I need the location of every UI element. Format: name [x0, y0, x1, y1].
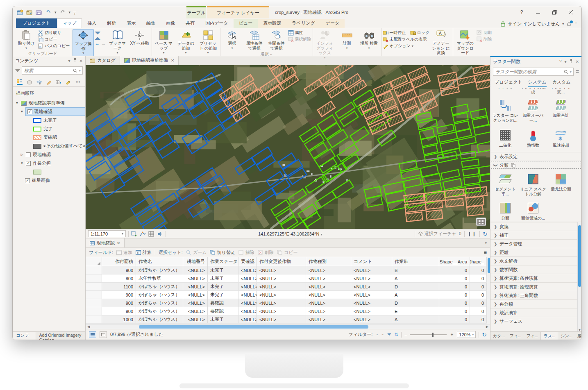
table-tabs-dropdown[interactable]: ▾	[481, 238, 490, 247]
tree-item-satellite[interactable]: ✓ 衛星画像	[15, 176, 85, 185]
customize-qat-icon[interactable]: ╤	[73, 10, 76, 14]
cut-button[interactable]: 切り取り	[38, 30, 70, 36]
open-project-icon[interactable]	[26, 9, 33, 16]
help-icon[interactable]: ?	[559, 59, 562, 64]
section-math[interactable]: ❯数学関数	[490, 265, 577, 274]
panel-menu-caret[interactable]: ▾	[68, 59, 70, 63]
table-row[interactable]: 1100かぼちゃ（ハウス）<NULL>未完了<NULL><NULL><NULL>…	[86, 283, 487, 291]
section-surface[interactable]: ❯サーフェス	[490, 317, 577, 325]
tab-appearance[interactable]: 表示設定	[258, 19, 286, 28]
table-row[interactable]: 900かぼちゃ（ハウス）<NULL>未完了<NULL><NULL><NULL><…	[86, 266, 487, 274]
col-header[interactable]: 作業ステータス	[208, 257, 238, 266]
section-hydrology[interactable]: ❯水文解析	[490, 256, 577, 265]
restore-button[interactable]	[546, 6, 563, 18]
add-data-button[interactable]: データの 追加 ▾	[175, 29, 197, 55]
convert-annotation-button[interactable]: A アノテーション に変換	[430, 29, 452, 56]
list-by-editing-icon[interactable]	[46, 78, 52, 85]
filter-funnel-icon[interactable]	[15, 69, 20, 72]
expander-icon[interactable]: ▼	[15, 101, 19, 105]
raster-menu-icon[interactable]: ≡	[576, 68, 579, 75]
layer-checkbox[interactable]: ✓	[27, 109, 32, 114]
close-table-icon[interactable]: ✕	[117, 241, 120, 245]
refresh-map-icon[interactable]: ↻	[483, 231, 488, 237]
col-header[interactable]: 耕地番号	[183, 257, 208, 266]
section-math-trig[interactable]: ❯算術演算: 三角関数	[490, 291, 577, 299]
table-row[interactable]: 800永年性牧草<NULL>未完了<NULL><NULL><NULL><NULL…	[86, 274, 487, 283]
fn-weighted-overlay[interactable]: 加重オーバー...	[519, 99, 547, 123]
tab-project[interactable]: プロジェクト	[16, 18, 57, 28]
fn-wind-chill[interactable]: ❄ 風速冷却	[547, 129, 575, 148]
zoom-box-icon[interactable]	[131, 231, 137, 237]
table-row[interactable]: 1000かぼちゃ（ハウス）<NULL>未完了<NULL><NULL><NULL>…	[86, 315, 487, 324]
refresh-table-icon[interactable]: ↻	[482, 331, 487, 338]
snapping-toggle-icon[interactable]	[140, 231, 146, 237]
map-canvas[interactable]	[86, 65, 490, 229]
section-display-settings[interactable]: ❯表示設定	[490, 152, 581, 161]
tab-raster-system[interactable]: システム	[528, 79, 547, 87]
section-conversion[interactable]: ❯変換	[490, 222, 577, 231]
panel-menu-caret[interactable]: ▾	[565, 59, 567, 64]
explore-button[interactable]: マップ操作 ▾	[73, 29, 94, 56]
select-by-attributes-button[interactable]: 属性条件 で選択	[244, 29, 265, 51]
measure-button[interactable]: 計測 ▾	[336, 29, 358, 51]
undo-dropdown-caret[interactable]: ▾	[54, 10, 57, 14]
pin-icon[interactable]	[73, 58, 77, 63]
previous-extent-icon[interactable]: ←	[95, 41, 100, 46]
save-project-icon[interactable]	[36, 9, 42, 16]
fn-linear-spectral-unmixing[interactable]: リニア スペクトル分解	[519, 172, 547, 197]
section-reclass[interactable]: ❯再分類	[490, 299, 577, 308]
expander-icon[interactable]: ▼	[20, 110, 24, 113]
ribbon-collapse-icon[interactable]: ⌃	[574, 22, 577, 26]
tab-map[interactable]: マップ	[57, 18, 82, 28]
col-header[interactable]: 作物名	[136, 257, 183, 266]
table-menu-icon[interactable]: ≡	[484, 249, 487, 256]
tree-item-map[interactable]: ▼ 現地確認事前準備	[15, 99, 85, 107]
close-button[interactable]	[563, 6, 579, 18]
tree-item-genchi-kakunin[interactable]: ▼ ✓ 現地確認	[15, 107, 85, 116]
tab-raster-custom[interactable]: カスタム	[552, 79, 571, 87]
raster-vertical-scrollbar[interactable]: ▼	[577, 222, 581, 331]
dock-tab-symbology[interactable]: シン...	[558, 332, 575, 340]
tab-view[interactable]: 表示	[121, 19, 141, 28]
table-zoom-level[interactable]: 120%▾	[457, 331, 476, 338]
tab-share[interactable]: 共有	[180, 19, 200, 28]
section-correction[interactable]: ❯補正	[490, 231, 577, 239]
label-pause-button[interactable]: 一時停止	[383, 30, 406, 36]
grid-toggle-icon[interactable]	[148, 231, 154, 237]
dock-tab-features[interactable]: フィ...	[524, 332, 541, 340]
new-project-icon[interactable]	[17, 9, 23, 16]
copy-path-button[interactable]: w:パスのコピー	[38, 43, 70, 49]
tab-table-view[interactable]: ビュー	[234, 19, 258, 28]
select-by-location-button[interactable]: 空間条件 で選択	[266, 29, 287, 51]
pause-drawing-icon[interactable]: ❙❙	[468, 231, 477, 236]
table-row[interactable]: 900かぼちゃ（ハウス）<NULL>要確認<NULL><NULL><NULL><…	[86, 299, 487, 307]
undo-icon[interactable]	[45, 9, 52, 16]
list-by-selection-icon[interactable]	[36, 78, 42, 85]
tab-map-view[interactable]: 現地確認事前準備 ✕	[120, 56, 179, 65]
section-distance[interactable]: ❯距離	[490, 248, 577, 256]
table-view-toggle-icon[interactable]	[89, 331, 96, 338]
tab-domestic-data[interactable]: 国内データ	[200, 19, 234, 28]
fn-raster-collection[interactable]: ラスター コレクションの...	[491, 99, 519, 123]
col-header[interactable]: 作業班	[392, 257, 439, 266]
table-row[interactable]: 900かぼちゃ（ハウス）<NULL>未完了<NULL><NULL><NULL><…	[86, 291, 487, 299]
close-view-icon[interactable]: ✕	[171, 58, 174, 63]
tab-data[interactable]: データ	[320, 19, 345, 28]
tree-item-genchi-kakunin-2[interactable]: ▷ 現地確認	[15, 150, 85, 159]
fn-maximum-likelihood[interactable]: 最尤法分類	[547, 172, 575, 197]
layer-checkbox[interactable]: ✓	[26, 161, 31, 166]
section-classification[interactable]: ❯ 分類	[490, 161, 581, 169]
list-by-drawing-order-icon[interactable]	[17, 78, 23, 85]
redo-dropdown-caret[interactable]: ▾	[69, 10, 71, 14]
paste-button[interactable]: 貼り付け ▾	[16, 29, 37, 51]
col-header[interactable]: 作物種別	[306, 257, 351, 266]
zoom-in-icon[interactable]: ＋	[450, 331, 454, 338]
tab-contents[interactable]: コンテンツ	[13, 332, 36, 340]
form-view-toggle-icon[interactable]	[100, 331, 107, 338]
table-vertical-scrollbar[interactable]	[487, 257, 490, 324]
close-panel-icon[interactable]: ✕	[576, 59, 579, 64]
tab-labeling[interactable]: ラベリング	[286, 19, 320, 28]
raster-search-input[interactable]: ラスター関数の検索 ▾	[493, 68, 574, 76]
tab-insert[interactable]: 挿入	[82, 19, 102, 28]
download-map-button[interactable]: マップの ダウンロード ▾	[454, 29, 476, 60]
